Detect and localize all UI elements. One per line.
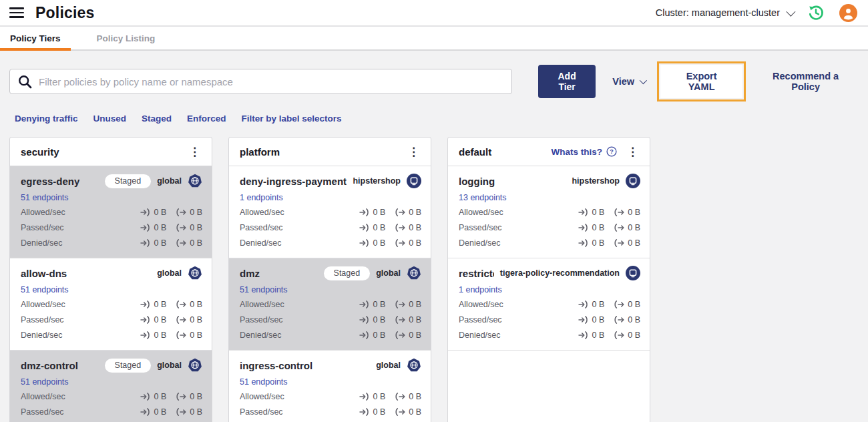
- ingress-arrow-icon: [578, 224, 588, 232]
- ingress-value: 0 B: [373, 223, 385, 232]
- egress-value: 0 B: [409, 208, 421, 217]
- policy-card[interactable]: ingress-control global 51 endpoints Allo…: [229, 351, 431, 422]
- cluster-selector[interactable]: Cluster: management-cluster: [656, 7, 793, 18]
- egress-value: 0 B: [190, 331, 202, 340]
- traffic-row: Passed/sec 0 B 0 B: [21, 404, 202, 419]
- filter-staged[interactable]: Staged: [142, 114, 172, 124]
- endpoints-link[interactable]: 51 endpoints: [21, 193, 69, 202]
- tier-name: default: [459, 146, 552, 158]
- policy-card-top: ingress-control global: [240, 357, 421, 373]
- filter-unused[interactable]: Unused: [93, 114, 127, 124]
- user-avatar[interactable]: [839, 3, 857, 22]
- egress-arrow-icon: [395, 393, 405, 401]
- traffic-row-label: Denied/sec: [459, 331, 568, 340]
- egress-group: 0 B: [614, 300, 640, 309]
- endpoints-link[interactable]: 51 endpoints: [21, 285, 69, 294]
- globe-icon: [407, 266, 421, 280]
- tier-menu-button[interactable]: ⋮: [624, 146, 642, 158]
- egress-value: 0 B: [409, 331, 421, 340]
- add-tier-button[interactable]: Add Tier: [538, 65, 596, 98]
- policy-filter-input[interactable]: [39, 76, 503, 87]
- tab-policy-tiers-label: Policy Tiers: [10, 33, 61, 43]
- policy-filter-searchbox[interactable]: [9, 69, 512, 94]
- hamburger-menu-icon[interactable]: [9, 7, 24, 18]
- history-button[interactable]: [807, 3, 825, 22]
- endpoints-link[interactable]: 1 endpoints: [240, 193, 283, 202]
- policy-scope-label: tigera-policy-recommendation: [500, 268, 620, 278]
- ingress-value: 0 B: [154, 315, 166, 325]
- endpoints-link[interactable]: 13 endpoints: [459, 193, 507, 202]
- policy-scope-label: global: [376, 361, 401, 370]
- ingress-group: 0 B: [578, 208, 604, 217]
- endpoints-link[interactable]: 51 endpoints: [21, 377, 69, 387]
- egress-arrow-icon: [176, 316, 186, 324]
- app-header: Policies Cluster: management-cluster: [0, 0, 868, 25]
- traffic-row: Passed/sec 0 B 0 B: [240, 404, 421, 419]
- view-dropdown-button[interactable]: View: [612, 76, 645, 87]
- egress-group: 0 B: [176, 300, 202, 309]
- policy-card[interactable]: dmz-control Staged global 51 endpoints A…: [10, 351, 212, 422]
- policy-card-top: deny-ingress-paymentservi... hipstershop: [240, 173, 421, 189]
- ingress-group: 0 B: [359, 300, 385, 309]
- tier-help-link[interactable]: Whats this? ?: [552, 146, 618, 157]
- traffic-row: Passed/sec 0 B 0 B: [21, 312, 202, 327]
- tier-menu-button[interactable]: ⋮: [186, 146, 204, 158]
- egress-value: 0 B: [409, 238, 421, 248]
- export-yaml-button[interactable]: Export YAML: [660, 65, 742, 98]
- policy-card[interactable]: logging hipstershop 13 endpoints Allowed…: [448, 166, 650, 258]
- policy-name: ingress-control: [240, 360, 370, 371]
- egress-value: 0 B: [190, 238, 202, 248]
- policy-card[interactable]: dmz Staged global 51 endpoints Allowed/s…: [229, 258, 431, 351]
- endpoints-link[interactable]: 1 endpoints: [459, 285, 502, 294]
- ingress-arrow-icon: [359, 316, 369, 324]
- ingress-value: 0 B: [154, 407, 166, 417]
- ingress-arrow-icon: [140, 224, 150, 232]
- tier-column: security ⋮ egress-deny Staged global 51 …: [9, 137, 212, 422]
- traffic-row: Passed/sec 0 B 0 B: [240, 312, 421, 327]
- egress-value: 0 B: [628, 300, 640, 309]
- egress-value: 0 B: [190, 315, 202, 325]
- filter-denying-traffic[interactable]: Denying traffic: [15, 114, 78, 124]
- traffic-row-label: Denied/sec: [21, 238, 130, 248]
- policy-card[interactable]: deny-ingress-paymentservi... hipstershop…: [229, 166, 431, 258]
- ingress-group: 0 B: [359, 392, 385, 401]
- traffic-row-label: Passed/sec: [21, 223, 130, 232]
- endpoints-link[interactable]: 51 endpoints: [240, 377, 288, 387]
- tab-policy-tiers[interactable]: Policy Tiers: [0, 27, 71, 49]
- egress-group: 0 B: [395, 331, 421, 340]
- ingress-group: 0 B: [140, 407, 166, 417]
- egress-group: 0 B: [395, 223, 421, 232]
- policy-card[interactable]: restricted tigera-policy-recommendation …: [448, 258, 650, 351]
- policy-card[interactable]: egress-deny Staged global 51 endpoints A…: [10, 166, 212, 258]
- policy-card-top: dmz Staged global: [240, 265, 421, 281]
- egress-group: 0 B: [614, 208, 640, 217]
- policy-card[interactable]: allow-dns global 51 endpoints Allowed/se…: [10, 258, 212, 351]
- tab-policy-listing[interactable]: Policy Listing: [87, 27, 166, 49]
- egress-group: 0 B: [614, 223, 640, 232]
- egress-arrow-icon: [395, 300, 405, 308]
- traffic-row-label: Passed/sec: [21, 315, 130, 325]
- view-dropdown-label: View: [612, 76, 634, 87]
- ingress-value: 0 B: [592, 238, 604, 248]
- policy-scope-label: global: [376, 268, 401, 278]
- tier-header: security ⋮: [10, 138, 212, 166]
- traffic-row: Allowed/sec 0 B 0 B: [21, 204, 202, 220]
- traffic-rows: Allowed/sec 0 B 0 B Passed/sec: [240, 389, 421, 422]
- egress-group: 0 B: [176, 238, 202, 248]
- filter-enforced[interactable]: Enforced: [187, 114, 226, 124]
- traffic-row-label: Allowed/sec: [240, 208, 349, 217]
- policy-scope-label: hipstershop: [572, 176, 620, 186]
- recommend-policy-button[interactable]: Recommend a Policy: [754, 65, 857, 98]
- staged-badge: Staged: [324, 266, 371, 280]
- egress-arrow-icon: [614, 208, 624, 216]
- ingress-arrow-icon: [359, 331, 369, 339]
- tabbar: Policy Tiers Policy Listing: [0, 25, 868, 51]
- ingress-arrow-icon: [359, 224, 369, 232]
- egress-arrow-icon: [176, 239, 186, 247]
- traffic-row-label: Passed/sec: [459, 315, 568, 325]
- tier-menu-button[interactable]: ⋮: [405, 146, 423, 158]
- ingress-arrow-icon: [578, 331, 588, 339]
- filter-by-label-selectors[interactable]: Filter by label selectors: [242, 114, 342, 124]
- endpoints-link[interactable]: 51 endpoints: [240, 285, 288, 294]
- chevron-down-icon: [786, 7, 795, 17]
